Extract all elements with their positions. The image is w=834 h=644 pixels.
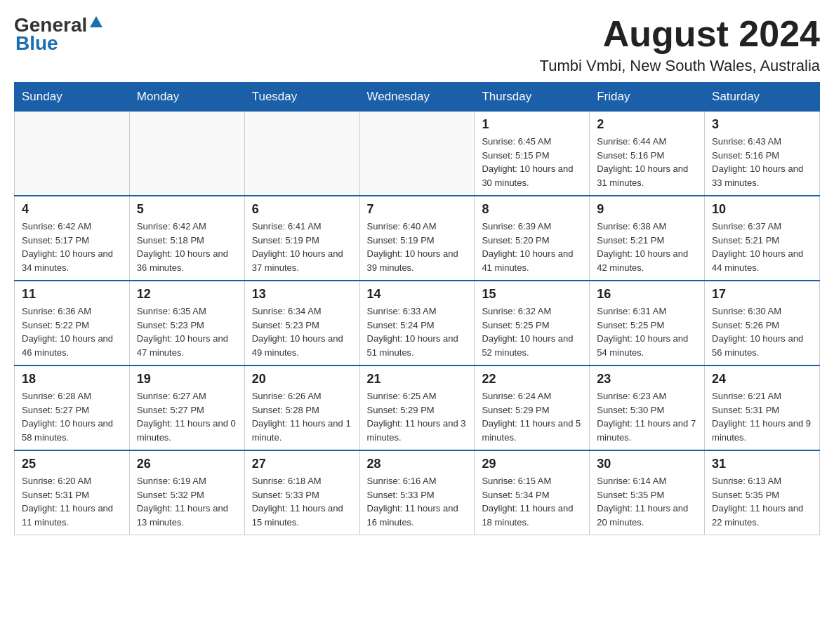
calendar-cell: 28Sunrise: 6:16 AM Sunset: 5:33 PM Dayli… [359, 450, 475, 535]
day-number: 5 [137, 202, 237, 217]
col-thursday: Thursday [475, 83, 590, 112]
col-monday: Monday [129, 83, 244, 112]
day-info: Sunrise: 6:39 AM Sunset: 5:20 PM Dayligh… [482, 220, 582, 274]
day-info: Sunrise: 6:26 AM Sunset: 5:28 PM Dayligh… [252, 389, 352, 444]
week-row-2: 4Sunrise: 6:42 AM Sunset: 5:17 PM Daylig… [15, 196, 820, 281]
calendar-cell [244, 112, 359, 196]
day-info: Sunrise: 6:25 AM Sunset: 5:29 PM Dayligh… [367, 389, 468, 444]
calendar-cell: 1Sunrise: 6:45 AM Sunset: 5:15 PM Daylig… [475, 112, 590, 196]
day-info: Sunrise: 6:36 AM Sunset: 5:22 PM Dayligh… [22, 304, 122, 359]
calendar-cell: 5Sunrise: 6:42 AM Sunset: 5:18 PM Daylig… [129, 196, 244, 281]
day-info: Sunrise: 6:38 AM Sunset: 5:21 PM Dayligh… [597, 220, 697, 274]
day-info: Sunrise: 6:41 AM Sunset: 5:19 PM Dayligh… [252, 220, 352, 274]
calendar-cell: 27Sunrise: 6:18 AM Sunset: 5:33 PM Dayli… [244, 450, 359, 535]
day-info: Sunrise: 6:19 AM Sunset: 5:32 PM Dayligh… [137, 474, 237, 529]
day-number: 16 [597, 287, 697, 302]
calendar-cell: 26Sunrise: 6:19 AM Sunset: 5:32 PM Dayli… [129, 450, 244, 535]
calendar-cell: 25Sunrise: 6:20 AM Sunset: 5:31 PM Dayli… [15, 450, 130, 535]
day-info: Sunrise: 6:27 AM Sunset: 5:27 PM Dayligh… [137, 389, 237, 444]
calendar-cell: 30Sunrise: 6:14 AM Sunset: 5:35 PM Dayli… [590, 450, 705, 535]
calendar-cell: 16Sunrise: 6:31 AM Sunset: 5:25 PM Dayli… [590, 281, 705, 365]
day-info: Sunrise: 6:24 AM Sunset: 5:29 PM Dayligh… [482, 389, 582, 444]
week-row-5: 25Sunrise: 6:20 AM Sunset: 5:31 PM Dayli… [15, 450, 820, 535]
week-row-4: 18Sunrise: 6:28 AM Sunset: 5:27 PM Dayli… [15, 365, 820, 450]
day-info: Sunrise: 6:20 AM Sunset: 5:31 PM Dayligh… [22, 474, 122, 529]
calendar-cell: 2Sunrise: 6:44 AM Sunset: 5:16 PM Daylig… [590, 112, 705, 196]
day-number: 3 [712, 117, 812, 132]
day-info: Sunrise: 6:44 AM Sunset: 5:16 PM Dayligh… [597, 135, 697, 189]
calendar-cell: 8Sunrise: 6:39 AM Sunset: 5:20 PM Daylig… [475, 196, 590, 281]
day-number: 29 [482, 457, 582, 471]
calendar-cell: 20Sunrise: 6:26 AM Sunset: 5:28 PM Dayli… [244, 365, 359, 450]
logo-triangle-icon [88, 15, 104, 30]
day-number: 30 [597, 457, 697, 471]
day-info: Sunrise: 6:37 AM Sunset: 5:21 PM Dayligh… [712, 220, 812, 274]
day-number: 8 [482, 202, 582, 217]
calendar-cell: 14Sunrise: 6:33 AM Sunset: 5:24 PM Dayli… [359, 281, 475, 365]
day-info: Sunrise: 6:40 AM Sunset: 5:19 PM Dayligh… [367, 220, 468, 274]
calendar-cell [15, 112, 130, 196]
day-number: 10 [712, 202, 812, 217]
calendar-cell: 24Sunrise: 6:21 AM Sunset: 5:31 PM Dayli… [705, 365, 820, 450]
title-section: August 2024 Tumbi Vmbi, New South Wales,… [540, 14, 820, 75]
calendar-cell: 23Sunrise: 6:23 AM Sunset: 5:30 PM Dayli… [590, 365, 705, 450]
day-number: 17 [712, 287, 812, 302]
day-number: 19 [137, 372, 237, 387]
day-info: Sunrise: 6:32 AM Sunset: 5:25 PM Dayligh… [482, 304, 582, 359]
day-number: 12 [137, 287, 237, 302]
day-number: 15 [482, 287, 582, 302]
day-number: 9 [597, 202, 697, 217]
calendar-cell: 15Sunrise: 6:32 AM Sunset: 5:25 PM Dayli… [475, 281, 590, 365]
calendar-cell: 13Sunrise: 6:34 AM Sunset: 5:23 PM Dayli… [244, 281, 359, 365]
day-info: Sunrise: 6:28 AM Sunset: 5:27 PM Dayligh… [22, 389, 122, 444]
day-info: Sunrise: 6:34 AM Sunset: 5:23 PM Dayligh… [252, 304, 352, 359]
col-sunday: Sunday [15, 83, 130, 112]
location-title: Tumbi Vmbi, New South Wales, Australia [540, 57, 820, 75]
page-header: General Blue August 2024 Tumbi Vmbi, New… [14, 14, 820, 75]
day-info: Sunrise: 6:33 AM Sunset: 5:24 PM Dayligh… [367, 304, 468, 359]
day-number: 25 [22, 457, 122, 471]
logo: General Blue [14, 14, 104, 55]
day-number: 26 [137, 457, 237, 471]
day-number: 31 [712, 457, 812, 471]
day-info: Sunrise: 6:42 AM Sunset: 5:18 PM Dayligh… [137, 220, 237, 274]
day-info: Sunrise: 6:30 AM Sunset: 5:26 PM Dayligh… [712, 304, 812, 359]
day-info: Sunrise: 6:42 AM Sunset: 5:17 PM Dayligh… [22, 220, 122, 274]
calendar-cell: 12Sunrise: 6:35 AM Sunset: 5:23 PM Dayli… [129, 281, 244, 365]
col-saturday: Saturday [705, 83, 820, 112]
day-number: 13 [252, 287, 352, 302]
day-info: Sunrise: 6:35 AM Sunset: 5:23 PM Dayligh… [137, 304, 237, 359]
day-info: Sunrise: 6:18 AM Sunset: 5:33 PM Dayligh… [252, 474, 352, 529]
day-info: Sunrise: 6:45 AM Sunset: 5:15 PM Dayligh… [482, 135, 582, 189]
day-number: 4 [22, 202, 122, 217]
day-number: 24 [712, 372, 812, 387]
week-row-3: 11Sunrise: 6:36 AM Sunset: 5:22 PM Dayli… [15, 281, 820, 365]
day-info: Sunrise: 6:21 AM Sunset: 5:31 PM Dayligh… [712, 389, 812, 444]
calendar-cell: 22Sunrise: 6:24 AM Sunset: 5:29 PM Dayli… [475, 365, 590, 450]
calendar-cell: 3Sunrise: 6:43 AM Sunset: 5:16 PM Daylig… [705, 112, 820, 196]
calendar-cell: 11Sunrise: 6:36 AM Sunset: 5:22 PM Dayli… [15, 281, 130, 365]
day-info: Sunrise: 6:15 AM Sunset: 5:34 PM Dayligh… [482, 474, 582, 529]
header-row: Sunday Monday Tuesday Wednesday Thursday… [15, 83, 820, 112]
month-title: August 2024 [540, 14, 820, 54]
calendar-cell: 9Sunrise: 6:38 AM Sunset: 5:21 PM Daylig… [590, 196, 705, 281]
day-number: 27 [252, 457, 352, 471]
day-number: 22 [482, 372, 582, 387]
day-info: Sunrise: 6:43 AM Sunset: 5:16 PM Dayligh… [712, 135, 812, 189]
day-number: 11 [22, 287, 122, 302]
col-friday: Friday [590, 83, 705, 112]
calendar-table: Sunday Monday Tuesday Wednesday Thursday… [14, 82, 820, 535]
calendar-cell [129, 112, 244, 196]
day-number: 23 [597, 372, 697, 387]
day-number: 28 [367, 457, 468, 471]
calendar-cell: 6Sunrise: 6:41 AM Sunset: 5:19 PM Daylig… [244, 196, 359, 281]
week-row-1: 1Sunrise: 6:45 AM Sunset: 5:15 PM Daylig… [15, 112, 820, 196]
calendar-cell [359, 112, 475, 196]
day-number: 2 [597, 117, 697, 132]
day-info: Sunrise: 6:13 AM Sunset: 5:35 PM Dayligh… [712, 474, 812, 529]
day-info: Sunrise: 6:31 AM Sunset: 5:25 PM Dayligh… [597, 304, 697, 359]
calendar-cell: 4Sunrise: 6:42 AM Sunset: 5:17 PM Daylig… [15, 196, 130, 281]
calendar-cell: 31Sunrise: 6:13 AM Sunset: 5:35 PM Dayli… [705, 450, 820, 535]
svg-marker-0 [90, 16, 102, 27]
day-info: Sunrise: 6:23 AM Sunset: 5:30 PM Dayligh… [597, 389, 697, 444]
